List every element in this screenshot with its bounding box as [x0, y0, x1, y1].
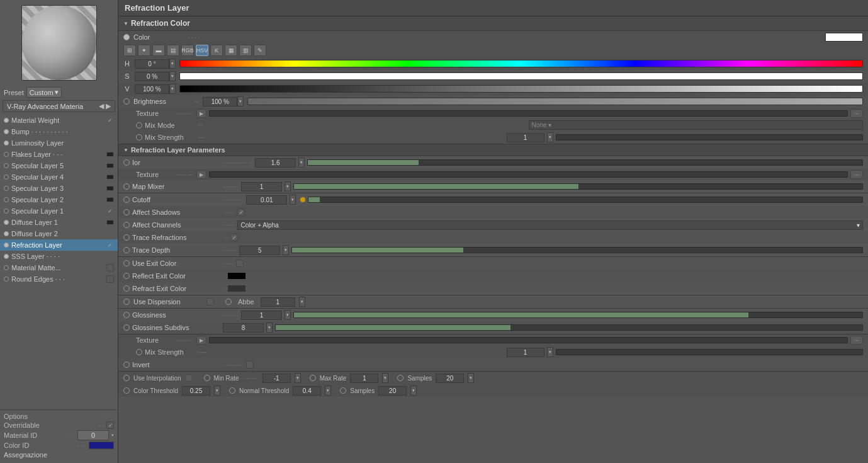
- mix-mode-dropdown[interactable]: None ▾: [529, 120, 864, 130]
- refraction-color-header[interactable]: ▼ Refraction Color: [118, 16, 868, 31]
- color-threshold-arrow[interactable]: ▾: [214, 386, 220, 396]
- ior-arrow[interactable]: ▾: [298, 157, 305, 168]
- invert-radio[interactable]: [123, 362, 130, 368]
- glossines-subdivs-radio[interactable]: [123, 324, 130, 331]
- abbe-arrow[interactable]: ▾: [299, 297, 305, 307]
- layer-item-flakes[interactable]: Flakes Layer · · ·: [0, 149, 118, 160]
- layer-item-specular2[interactable]: Specular Layer 2: [0, 194, 118, 205]
- layer-item-diffuse1[interactable]: Diffuse Layer 1: [0, 217, 118, 228]
- overridable-checkbox[interactable]: [106, 421, 114, 429]
- color-threshold-radio[interactable]: [123, 387, 130, 394]
- trace-depth-input[interactable]: [239, 246, 280, 255]
- glossiness-arrow[interactable]: ▾: [285, 310, 291, 320]
- brightness-value-input[interactable]: [203, 97, 237, 106]
- trace-depth-slider[interactable]: [291, 247, 863, 253]
- k-btn[interactable]: K: [210, 45, 223, 56]
- use-exit-color-checkbox[interactable]: [236, 260, 244, 267]
- layer-item-sss[interactable]: SSS Layer · · · ·: [0, 251, 118, 262]
- rgb-btn[interactable]: RGB: [181, 45, 194, 56]
- trace-depth-arrow[interactable]: ▾: [283, 245, 289, 255]
- cutoff-slider[interactable]: [308, 197, 863, 203]
- glossiness-slider[interactable]: [293, 312, 863, 318]
- image-icon-btn[interactable]: ▤: [167, 45, 179, 56]
- texture-arrow-btn-2[interactable]: ▶: [196, 170, 206, 179]
- nav-forward-icon[interactable]: ▶: [106, 102, 111, 110]
- max-rate-radio[interactable]: [310, 375, 316, 381]
- interpolation-radio[interactable]: [123, 375, 130, 381]
- eyedropper-btn[interactable]: ✎: [254, 45, 266, 56]
- gradient2-btn[interactable]: ▦: [225, 45, 237, 56]
- min-rate-input[interactable]: [262, 374, 291, 383]
- mix-strength-slider[interactable]: [556, 134, 864, 140]
- ior-slider[interactable]: [307, 159, 863, 166]
- normal-threshold-arrow[interactable]: ▾: [325, 386, 331, 396]
- map-mixer-radio[interactable]: [123, 183, 130, 190]
- layer-item-material-matte[interactable]: Material Matte...: [0, 262, 118, 273]
- layer-item-luminosity[interactable]: Luminosity Layer: [0, 137, 118, 149]
- color-radio[interactable]: [123, 34, 130, 40]
- normal-threshold-radio[interactable]: [229, 387, 235, 394]
- layer-item-specular3[interactable]: Specular Layer 3: [0, 183, 118, 194]
- min-rate-arrow[interactable]: ▾: [295, 373, 301, 383]
- texture-arrow-btn-3[interactable]: ▶: [196, 336, 206, 345]
- layer-item-refraction[interactable]: Refraction Layer ✓: [0, 239, 118, 251]
- gradient-icon-btn[interactable]: ▬: [152, 45, 165, 56]
- texture-slider-2[interactable]: [209, 171, 848, 178]
- material-name-bar[interactable]: V-Ray Advanced Materia ◀ ▶: [3, 100, 115, 112]
- layer-item-bump[interactable]: Bump · · · · · · · · · ·: [0, 126, 118, 137]
- samples2-input[interactable]: [378, 386, 407, 396]
- glossines-subdivs-arrow[interactable]: ▾: [266, 323, 273, 333]
- mix-strength2-arrow[interactable]: ▾: [547, 347, 553, 357]
- layer-item-specular4[interactable]: Specular Layer 4: [0, 171, 118, 183]
- mix-strength2-radio[interactable]: [136, 349, 142, 355]
- assegnazione-button[interactable]: Assegnazione: [4, 450, 47, 459]
- refract-exit-color-swatch[interactable]: [227, 285, 246, 292]
- h-arrow-btn[interactable]: ▾: [169, 59, 176, 69]
- map-mixer-slider[interactable]: [293, 183, 863, 190]
- s-arrow-btn[interactable]: ▾: [169, 71, 176, 81]
- color-swatch-white[interactable]: [825, 33, 863, 42]
- round-edges-checkbox[interactable]: [106, 275, 114, 283]
- ior-input[interactable]: [255, 158, 296, 168]
- color-threshold-input[interactable]: [182, 386, 210, 396]
- brightness-arrow-btn[interactable]: ▾: [237, 96, 244, 106]
- invert-checkbox[interactable]: [246, 361, 254, 369]
- texture-more-btn-3[interactable]: ···: [850, 336, 863, 345]
- affect-shadows-radio[interactable]: [123, 209, 130, 215]
- h-value-input[interactable]: [135, 59, 169, 69]
- abbe-input[interactable]: [261, 297, 295, 307]
- layer-item-specular1[interactable]: Specular Layer 1 ✓: [0, 205, 118, 217]
- samples-arrow[interactable]: ▾: [468, 373, 474, 383]
- texture-slider-3[interactable]: [209, 337, 848, 343]
- use-exit-color-radio[interactable]: [123, 260, 130, 266]
- affect-shadows-checkbox[interactable]: [237, 209, 245, 216]
- layer-item-specular5[interactable]: Specular Layer 5: [0, 160, 118, 171]
- samples-radio[interactable]: [397, 375, 403, 381]
- gradient3-btn[interactable]: ▥: [239, 45, 252, 56]
- brightness-slider[interactable]: [247, 98, 863, 105]
- map-mixer-input[interactable]: [241, 182, 282, 191]
- nav-back-icon[interactable]: ◀: [99, 102, 104, 110]
- layer-item-diffuse2[interactable]: Diffuse Layer 2: [0, 228, 118, 239]
- glossiness-input[interactable]: [241, 311, 282, 320]
- reflect-exit-color-swatch[interactable]: [227, 272, 246, 280]
- hsv-btn[interactable]: HSV: [196, 45, 208, 56]
- texture-slider-1[interactable]: [209, 110, 848, 117]
- texture-more-btn-2[interactable]: ···: [850, 170, 863, 179]
- mix-strength2-input[interactable]: [507, 348, 544, 357]
- s-slider[interactable]: [179, 72, 863, 80]
- texture-more-btn-1[interactable]: ···: [850, 109, 863, 118]
- cutoff-input[interactable]: [246, 195, 287, 205]
- grid-icon-btn[interactable]: ⊞: [123, 45, 136, 56]
- v-value-input[interactable]: [135, 84, 169, 94]
- ior-radio[interactable]: [123, 159, 130, 166]
- mix-strength-arrow[interactable]: ▾: [547, 132, 553, 142]
- refract-exit-color-radio[interactable]: [123, 285, 130, 292]
- brightness-radio[interactable]: [123, 98, 130, 105]
- mix-mode-radio[interactable]: [136, 122, 142, 129]
- material-id-input[interactable]: [77, 430, 109, 440]
- v-arrow-btn[interactable]: ▾: [169, 84, 176, 94]
- color-id-swatch[interactable]: [89, 442, 114, 449]
- max-rate-input[interactable]: [350, 374, 378, 383]
- reflect-exit-color-radio[interactable]: [123, 273, 130, 279]
